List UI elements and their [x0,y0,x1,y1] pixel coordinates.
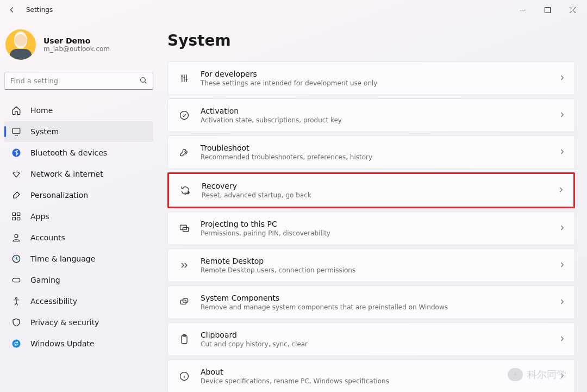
sidebar-item-brush[interactable]: Personalization [4,185,153,206]
account-icon [11,232,22,243]
svg-rect-6 [13,128,20,134]
svg-point-13 [15,234,18,238]
minimize-button[interactable] [510,1,535,18]
card-subtitle: Device specifications, rename PC, Window… [201,377,558,385]
chevron-right-icon [558,73,566,84]
card-body: For developers These settings are intend… [201,70,558,87]
card-activation[interactable]: Activation Activation state, subscriptio… [167,98,575,132]
svg-point-4 [141,78,146,83]
nav: Home System Bluetooth & devices Network … [4,100,153,354]
card-body: Recovery Reset, advanced startup, go bac… [202,182,557,199]
profile-block[interactable]: User Demo m_lab@outlook.com [4,25,153,70]
sidebar-item-access[interactable]: Accessibility [4,291,153,312]
sidebar-item-update[interactable]: Windows Update [4,333,153,354]
home-icon [11,105,22,116]
svg-point-16 [17,279,18,281]
sidebar-item-label: Personalization [30,191,88,200]
card-body: Activation Activation state, subscriptio… [201,107,558,124]
gaming-icon [11,275,22,285]
sidebar-item-label: Accounts [30,233,65,242]
card-subtitle: Permissions, pairing PIN, discoverabilit… [201,229,558,237]
sidebar-item-account[interactable]: Accounts [4,227,153,248]
recovery-icon [177,182,194,199]
card-title: System Components [201,294,558,302]
chevron-right-icon [558,334,566,345]
close-icon [570,7,576,13]
user-name: User Demo [43,36,110,45]
titlebar: Settings [0,0,587,20]
svg-rect-15 [13,278,20,282]
card-body: Remote Desktop Remote Desktop users, con… [201,257,558,274]
components-icon [176,294,193,311]
card-clipboard[interactable]: Clipboard Cut and copy history, sync, cl… [167,322,575,356]
user-text: User Demo m_lab@outlook.com [43,36,110,53]
minimize-icon [520,7,526,13]
card-subtitle: Activation state, subscriptions, product… [201,116,558,124]
svg-rect-11 [13,217,15,220]
time-icon [11,253,22,264]
card-title: Recovery [202,182,557,190]
maximize-button[interactable] [535,1,560,18]
sidebar-item-gaming[interactable]: Gaming [4,270,153,290]
main: System For developers These settings are… [158,20,587,392]
sidebar-item-apps[interactable]: Apps [4,206,153,227]
avatar [5,29,36,60]
sidebar-item-time[interactable]: Time & language [4,248,153,269]
bt-icon [11,147,22,158]
back-button[interactable] [5,3,18,16]
wrench-icon [176,144,193,161]
card-subtitle: Recommended troubleshooters, preferences… [201,153,558,161]
apps-icon [11,211,22,222]
sidebar-item-label: System [30,127,59,136]
svg-rect-23 [183,298,188,302]
sidebar-item-bt[interactable]: Bluetooth & devices [4,142,153,163]
card-remote[interactable]: Remote Desktop Remote Desktop users, con… [167,248,575,282]
activation-icon [176,107,193,124]
window-controls [510,1,585,18]
sidebar-item-wifi[interactable]: Network & internet [4,164,153,184]
card-body: About Device specifications, rename PC, … [201,368,558,385]
card-project[interactable]: Projecting to this PC Permissions, pairi… [167,211,575,245]
card-wrench[interactable]: Troubleshoot Recommended troubleshooters… [167,135,575,169]
page-title: System [167,32,575,49]
sidebar-item-label: Windows Update [30,339,95,348]
project-icon [176,220,193,237]
card-about[interactable]: About Device specifications, rename PC, … [167,359,575,392]
sidebar-item-home[interactable]: Home [4,100,153,121]
arrow-left-icon [8,5,16,14]
sidebar-item-label: Network & internet [30,170,103,178]
sidebar-item-label: Privacy & security [30,318,99,327]
remote-icon [176,257,193,274]
card-list: For developers These settings are intend… [167,61,575,392]
card-dev[interactable]: For developers These settings are intend… [167,61,575,95]
brush-icon [11,190,22,201]
card-subtitle: Cut and copy history, sync, clear [201,340,558,348]
card-title: Activation [201,107,558,115]
card-body: System Components Remove and manage syst… [201,294,558,311]
card-title: Projecting to this PC [201,220,558,228]
svg-line-5 [145,82,146,83]
dev-icon [176,70,193,87]
chevron-right-icon [558,147,566,158]
svg-rect-9 [13,213,15,215]
maximize-icon [545,7,551,13]
sidebar-item-system[interactable]: System [4,121,153,142]
card-title: Clipboard [201,331,558,339]
sidebar-item-label: Time & language [30,254,95,263]
card-body: Projecting to this PC Permissions, pairi… [201,220,558,237]
card-body: Troubleshoot Recommended troubleshooters… [201,144,558,161]
card-recovery[interactable]: Recovery Reset, advanced startup, go bac… [167,172,575,208]
sidebar-item-label: Bluetooth & devices [30,148,107,157]
titlebar-left: Settings [5,3,53,16]
update-icon [11,338,22,349]
card-subtitle: Remote Desktop users, connection permiss… [201,266,558,274]
svg-point-19 [180,111,189,120]
privacy-icon [11,317,22,328]
search-input[interactable] [4,72,153,90]
card-components[interactable]: System Components Remove and manage syst… [167,285,575,319]
sidebar-item-privacy[interactable]: Privacy & security [4,312,153,333]
card-title: For developers [201,70,558,78]
close-button[interactable] [560,1,585,18]
card-title: Troubleshoot [201,144,558,152]
svg-rect-1 [545,7,550,13]
